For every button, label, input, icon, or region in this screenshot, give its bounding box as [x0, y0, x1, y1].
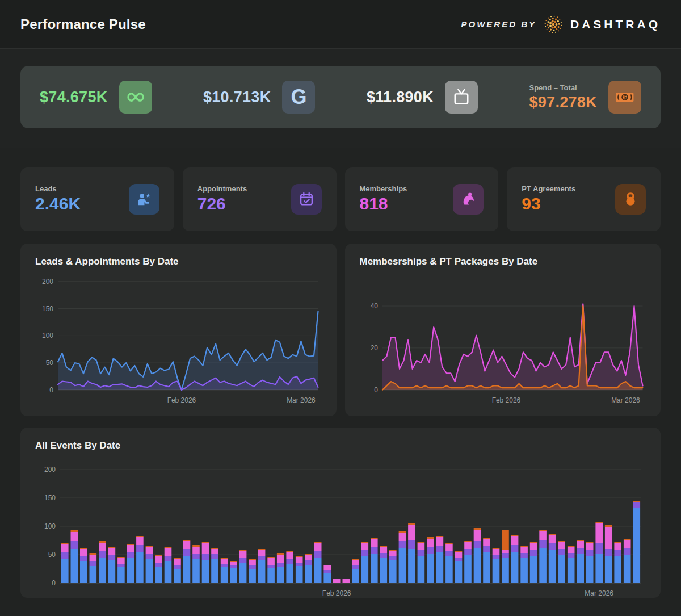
- header: Performance Pulse POWERED BY DASHTRAQ: [0, 0, 681, 49]
- svg-text:Mar 2026: Mar 2026: [611, 396, 640, 404]
- kpi-card-leads: Leads 2.46K: [20, 167, 174, 231]
- svg-text:50: 50: [46, 359, 54, 367]
- svg-text:150: 150: [44, 494, 56, 502]
- biceps-icon: [453, 184, 484, 215]
- tv-spend-value: $11.890K: [367, 89, 434, 106]
- chart-card-all-events: All Events By Date 050100150200Feb 2026M…: [20, 428, 661, 598]
- svg-text:50: 50: [48, 551, 56, 559]
- money-icon: $: [608, 81, 641, 114]
- spend-total-value: $97.278K: [529, 94, 597, 111]
- chart-title: All Events By Date: [35, 440, 646, 451]
- powered-by: POWERED BY DASHTRAQ: [461, 14, 661, 35]
- svg-text:Feb 2026: Feb 2026: [491, 396, 520, 404]
- dashboard-page: Performance Pulse POWERED BY DASHTRAQ $7…: [0, 0, 681, 616]
- kpi-label: Appointments: [197, 185, 247, 193]
- google-spend-value: $10.713K: [203, 89, 271, 106]
- chart-card-leads-appointments: Leads & Appointments By Date 05010015020…: [20, 244, 337, 416]
- spend-section: $74.675K $10.713K G $11.890K: [0, 49, 681, 148]
- svg-text:20: 20: [370, 344, 378, 352]
- kpi-card-appointments: Appointments 726: [183, 167, 337, 231]
- svg-text:100: 100: [44, 522, 56, 530]
- chart-title: Leads & Appointments By Date: [35, 256, 322, 267]
- kpi-card-pt-agreements: PT Agreements 93: [507, 167, 661, 231]
- svg-text:Mar 2026: Mar 2026: [585, 589, 613, 597]
- chart-title: Membesrships & PT Packages By Date: [360, 256, 646, 267]
- spend-summary-bar: $74.675K $10.713K G $11.890K: [20, 66, 661, 128]
- kpi-row: Leads 2.46K Appointments 726: [20, 167, 661, 231]
- svg-text:0: 0: [49, 386, 53, 394]
- kpi-label: Memberships: [360, 185, 407, 193]
- svg-text:200: 200: [42, 278, 53, 286]
- spend-item-tv: $11.890K: [367, 81, 478, 114]
- powered-by-label: POWERED BY: [461, 19, 536, 29]
- brand-name: DASHTRAQ: [570, 18, 661, 31]
- svg-text:$: $: [623, 94, 627, 100]
- memberships-pt-chart: 02040Feb 2026Mar 2026: [360, 273, 646, 407]
- kpi-value: 2.46K: [35, 194, 81, 214]
- svg-text:0: 0: [52, 579, 56, 587]
- page-title: Performance Pulse: [20, 16, 146, 32]
- meta-icon: [119, 81, 152, 114]
- svg-text:Mar 2026: Mar 2026: [287, 396, 316, 404]
- svg-text:100: 100: [42, 332, 53, 340]
- meta-spend-value: $74.675K: [40, 89, 108, 106]
- spend-item-total: Spend – Total $97.278K $: [529, 81, 641, 114]
- charts-row: Leads & Appointments By Date 05010015020…: [20, 244, 661, 416]
- kpi-card-memberships: Memberships 818: [345, 167, 499, 231]
- kpi-value: 93: [522, 194, 575, 214]
- spend-total-label: Spend – Total: [529, 83, 597, 92]
- tv-icon: [445, 81, 478, 114]
- leads-appointments-chart: 050100150200Feb 2026Mar 2026: [35, 273, 322, 407]
- kpi-value: 726: [197, 194, 247, 214]
- svg-text:Feb 2026: Feb 2026: [167, 396, 196, 404]
- svg-text:40: 40: [370, 302, 378, 310]
- chart-card-memberships-pt: Membesrships & PT Packages By Date 02040…: [345, 244, 661, 416]
- main-content: Leads 2.46K Appointments 726: [0, 167, 681, 598]
- person-star-icon: [129, 184, 159, 215]
- all-events-chart: 050100150200Feb 2026Mar 2026: [35, 457, 646, 600]
- kpi-value: 818: [360, 194, 407, 214]
- calendar-check-icon: [291, 184, 322, 215]
- kettlebell-icon: [615, 184, 646, 215]
- dashtraq-logo-icon: [543, 14, 564, 35]
- svg-text:Feb 2026: Feb 2026: [322, 589, 351, 597]
- svg-text:200: 200: [44, 466, 56, 473]
- kpi-label: PT Agreements: [522, 185, 575, 193]
- google-icon: G: [282, 81, 315, 114]
- kpi-label: Leads: [35, 185, 81, 193]
- svg-text:0: 0: [374, 386, 378, 394]
- svg-text:150: 150: [42, 305, 53, 313]
- spend-item-google: $10.713K G: [203, 81, 316, 114]
- spend-item-meta: $74.675K: [40, 81, 152, 114]
